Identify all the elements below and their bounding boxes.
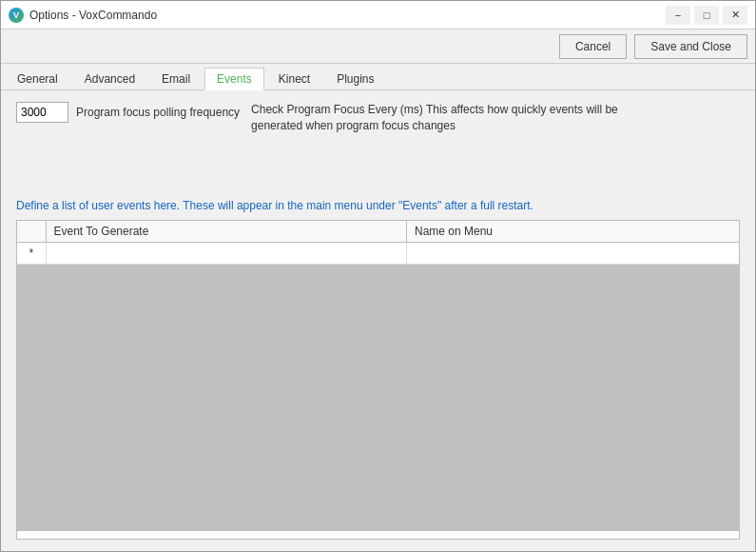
- col-indicator: [17, 221, 46, 243]
- title-bar-left: V Options - VoxCommando: [9, 8, 157, 23]
- tab-plugins[interactable]: Plugins: [324, 68, 386, 89]
- table-empty-area: [17, 265, 739, 531]
- tab-email[interactable]: Email: [149, 68, 203, 89]
- col-event: Event To Generate: [46, 221, 407, 243]
- events-table: Event To Generate Name on Menu *: [17, 221, 739, 265]
- row-indicator: *: [17, 242, 46, 264]
- tab-general[interactable]: General: [5, 68, 70, 89]
- maximize-button[interactable]: □: [694, 6, 719, 25]
- toolbar: Cancel Save and Close: [1, 30, 755, 64]
- name-input[interactable]: [415, 246, 731, 260]
- title-controls: − □ ✕: [666, 6, 747, 25]
- tab-advanced[interactable]: Advanced: [72, 68, 147, 89]
- tabs-bar: General Advanced Email Events Kinect Plu…: [1, 64, 755, 90]
- save-close-button[interactable]: Save and Close: [634, 34, 747, 59]
- minimize-button[interactable]: −: [666, 6, 690, 25]
- tab-kinect[interactable]: Kinect: [266, 68, 322, 89]
- app-icon: V: [9, 8, 24, 23]
- col-name: Name on Menu: [407, 221, 740, 243]
- table-header-row: Event To Generate Name on Menu: [17, 221, 739, 243]
- window-title: Options - VoxCommando: [29, 9, 157, 22]
- cancel-button[interactable]: Cancel: [559, 34, 627, 59]
- events-table-container: Event To Generate Name on Menu *: [16, 220, 740, 540]
- main-window: V Options - VoxCommando − □ ✕ Cancel Sav…: [0, 0, 756, 552]
- tab-events[interactable]: Events: [204, 68, 264, 90]
- table-row: *: [17, 242, 739, 264]
- polling-row: Program focus polling frequency Check Pr…: [16, 102, 740, 134]
- events-description: Define a list of user events here. These…: [16, 199, 740, 212]
- content-area: Program focus polling frequency Check Pr…: [1, 90, 755, 551]
- title-bar: V Options - VoxCommando − □ ✕: [1, 1, 755, 30]
- row-event-input[interactable]: [46, 242, 407, 264]
- polling-description: Check Program Focus Every (ms) This affe…: [251, 102, 650, 134]
- row-name-input[interactable]: [407, 242, 740, 264]
- event-input[interactable]: [54, 246, 399, 260]
- close-button[interactable]: ✕: [723, 6, 747, 25]
- polling-input[interactable]: [16, 102, 68, 123]
- polling-label: Program focus polling frequency: [76, 102, 240, 123]
